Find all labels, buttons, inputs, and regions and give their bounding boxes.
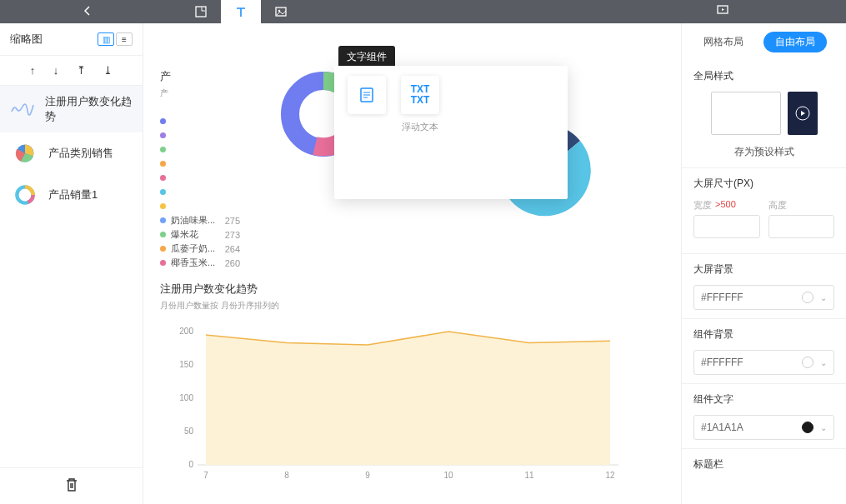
dropdown-item[interactable]: TXTTXT 浮动文本 <box>398 76 443 189</box>
list-item[interactable]: 产品类别销售 <box>0 132 143 174</box>
play-button[interactable] <box>788 92 818 135</box>
move-down-icon[interactable]: ↓ <box>53 64 59 77</box>
chart-title: 注册用户数变化趋势 <box>160 282 643 297</box>
tool-chart-icon[interactable] <box>181 0 221 23</box>
svg-text:100: 100 <box>179 393 193 402</box>
toolbar-tools <box>181 0 301 23</box>
component-text-color-picker[interactable]: #1A1A1A ⌄ <box>693 415 834 440</box>
chart-legend: 奶油味果...275爆米花273瓜蒌子奶...264椰香玉米...260 <box>160 114 240 270</box>
legend-item: 椰香玉米...260 <box>160 256 240 270</box>
section-title: 组件文字 <box>693 392 834 407</box>
move-top-icon[interactable]: ⤒ <box>77 64 86 77</box>
color-swatch <box>802 292 813 303</box>
color-swatch <box>802 357 813 368</box>
svg-text:0: 0 <box>188 460 193 469</box>
chevron-down-icon: ⌄ <box>820 423 827 432</box>
line-chart[interactable]: 注册用户数变化趋势 月份用户数量按 月份升序排列的 050100150200 7… <box>160 282 643 493</box>
chart-subtitle: 月份用户数量按 月份升序排列的 <box>160 300 643 312</box>
svg-text:10: 10 <box>443 471 453 480</box>
line-chart-icon <box>10 97 37 122</box>
canvas[interactable]: 产 产 奶油味果...275爆米花273瓜蒌子奶...264椰香玉米...260 <box>143 23 681 504</box>
top-bar <box>0 0 846 23</box>
tooltip: 文字组件 <box>338 46 395 68</box>
chevron-down-icon: ⌄ <box>820 293 827 302</box>
area-chart-svg: 050100150200 789101112 <box>160 323 627 490</box>
move-bottom-icon[interactable]: ⤓ <box>103 64 113 77</box>
section-title: 大屏尺寸(PX) <box>693 177 834 191</box>
tool-image-icon[interactable] <box>261 0 301 23</box>
width-error: >500 <box>715 199 736 212</box>
component-bg-color-picker[interactable]: #FFFFFF ⌄ <box>693 350 834 375</box>
thumbnail-title: 缩略图 <box>10 32 43 47</box>
svg-text:50: 50 <box>184 427 194 436</box>
bg-color-picker[interactable]: #FFFFFF ⌄ <box>693 285 834 310</box>
text-component-dropdown: TXTTXT 浮动文本 <box>334 66 568 199</box>
height-input[interactable] <box>768 215 835 238</box>
svg-text:12: 12 <box>605 471 615 480</box>
list-item-label: 产品类别销售 <box>48 146 113 161</box>
chevron-down-icon: ⌄ <box>820 358 827 367</box>
view-grid-icon[interactable]: ▥ <box>98 32 114 46</box>
save-preset-button[interactable]: 存为预设样式 <box>693 145 834 159</box>
svg-rect-0 <box>196 7 206 17</box>
svg-text:9: 9 <box>365 471 370 480</box>
svg-text:150: 150 <box>179 360 193 369</box>
move-up-icon[interactable]: ↑ <box>30 64 36 77</box>
section-title: 大屏背景 <box>693 262 834 277</box>
trash-icon[interactable] <box>65 477 78 496</box>
svg-text:200: 200 <box>179 327 193 336</box>
section-title: 全局样式 <box>693 69 834 83</box>
svg-text:11: 11 <box>524 471 534 480</box>
dropdown-item-label: 浮动文本 <box>402 121 438 133</box>
legend-item: 奶油味果...275 <box>160 213 240 227</box>
pie-chart-icon <box>10 141 40 166</box>
list-item[interactable]: 注册用户数变化趋势 <box>0 86 143 132</box>
tool-preview-icon[interactable] <box>716 3 729 20</box>
txt-icon: TXTTXT <box>401 76 439 114</box>
thumbnail-list: 注册用户数变化趋势 产品类别销售 产品销量1 <box>0 86 143 467</box>
left-panel: 缩略图 ▥ ≡ ↑ ↓ ⤒ ⤓ 注册用户数变化趋势 产品类别销 <box>0 23 143 504</box>
list-item[interactable]: 产品销量1 <box>0 174 143 216</box>
ring-chart-icon <box>10 182 40 207</box>
back-button[interactable] <box>78 5 98 18</box>
document-icon <box>348 76 386 114</box>
tab-free-layout[interactable]: 自由布局 <box>763 32 827 52</box>
list-item-label: 产品销量1 <box>48 187 98 202</box>
tool-text-icon[interactable] <box>221 0 261 23</box>
right-panel: 网格布局 自由布局 全局样式 存为预设样式 大屏尺寸(PX) 宽度>500 高 <box>681 23 846 504</box>
preview-box[interactable] <box>711 92 781 135</box>
legend-item: 爆米花273 <box>160 227 240 242</box>
section-title: 组件背景 <box>693 327 834 342</box>
tab-grid-layout[interactable]: 网格布局 <box>692 32 755 52</box>
section-title: 标题栏 <box>693 457 834 472</box>
view-list-icon[interactable]: ≡ <box>116 32 133 46</box>
color-swatch <box>802 422 813 433</box>
list-item-label: 注册用户数变化趋势 <box>45 94 133 124</box>
svg-text:7: 7 <box>203 471 208 480</box>
width-input[interactable] <box>693 215 760 238</box>
dropdown-item[interactable] <box>344 76 389 189</box>
legend-item: 瓜蒌子奶...264 <box>160 242 240 256</box>
svg-text:8: 8 <box>284 471 289 480</box>
